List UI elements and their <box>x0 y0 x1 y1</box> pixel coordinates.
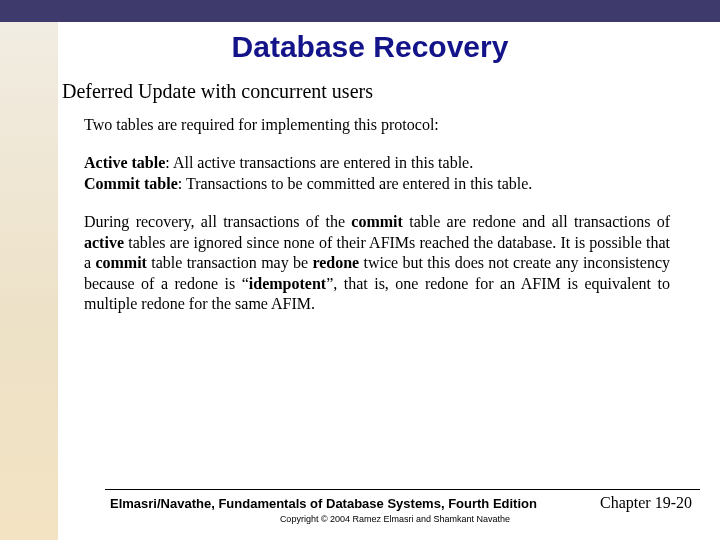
tables-block: Active table: All active transactions ar… <box>84 153 670 194</box>
footer: Elmasri/Navathe, Fundamentals of Databas… <box>0 489 720 524</box>
intro-line: Two tables are required for implementing… <box>84 115 670 135</box>
active-desc: : All active transactions are entered in… <box>165 154 473 171</box>
footer-chapter: Chapter 19-20 <box>600 494 692 512</box>
slide-content: Database Recovery Deferred Update with c… <box>0 0 720 315</box>
active-label: Active table <box>84 154 165 171</box>
explanation-paragraph: During recovery, all transactions of the… <box>84 212 670 314</box>
section-heading: Deferred Update with concurrent users <box>62 80 680 103</box>
body-text: Two tables are required for implementing… <box>84 115 670 315</box>
footer-copyright: Copyright © 2004 Ramez Elmasri and Shamk… <box>0 514 720 524</box>
slide-title: Database Recovery <box>60 30 680 64</box>
active-table-line: Active table: All active transactions ar… <box>84 153 670 173</box>
footer-row: Elmasri/Navathe, Fundamentals of Databas… <box>0 494 720 512</box>
commit-desc: : Transactions to be committed are enter… <box>178 175 533 192</box>
footer-book-title: Elmasri/Navathe, Fundamentals of Databas… <box>110 496 537 511</box>
footer-divider <box>105 489 700 490</box>
commit-table-line: Commit table: Transactions to be committ… <box>84 174 670 194</box>
commit-label: Commit table <box>84 175 178 192</box>
